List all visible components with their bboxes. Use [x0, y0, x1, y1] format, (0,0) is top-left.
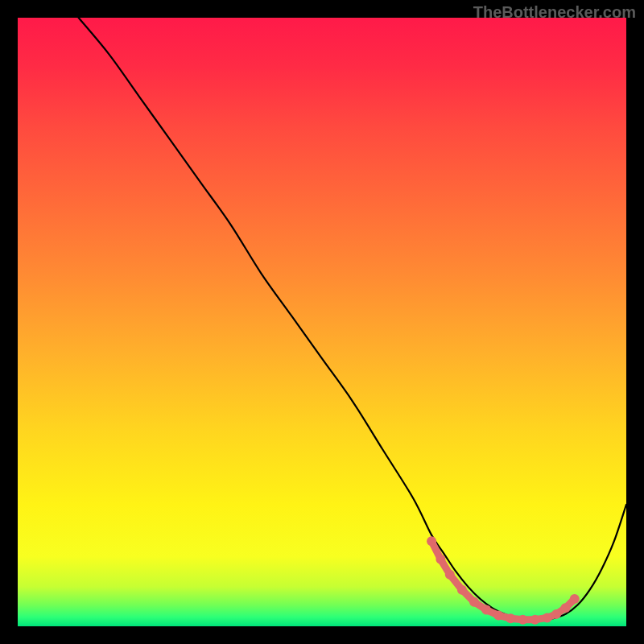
dot [506, 613, 515, 623]
dot [530, 615, 540, 625]
dot [436, 555, 445, 564]
dot [469, 597, 479, 607]
dot [481, 605, 491, 615]
dot [493, 610, 503, 620]
chart-svg [18, 18, 626, 626]
dot [551, 609, 561, 619]
dot [570, 594, 580, 604]
dot [560, 603, 570, 613]
gradient-background [18, 18, 626, 626]
dot [445, 570, 455, 580]
chart-container: TheBottlenecker.com [0, 0, 644, 644]
dot [457, 585, 467, 595]
plot-area [18, 18, 626, 626]
dot [543, 613, 552, 622]
watermark-text: TheBottlenecker.com [473, 3, 636, 22]
dot [427, 536, 436, 546]
dot [518, 615, 527, 625]
